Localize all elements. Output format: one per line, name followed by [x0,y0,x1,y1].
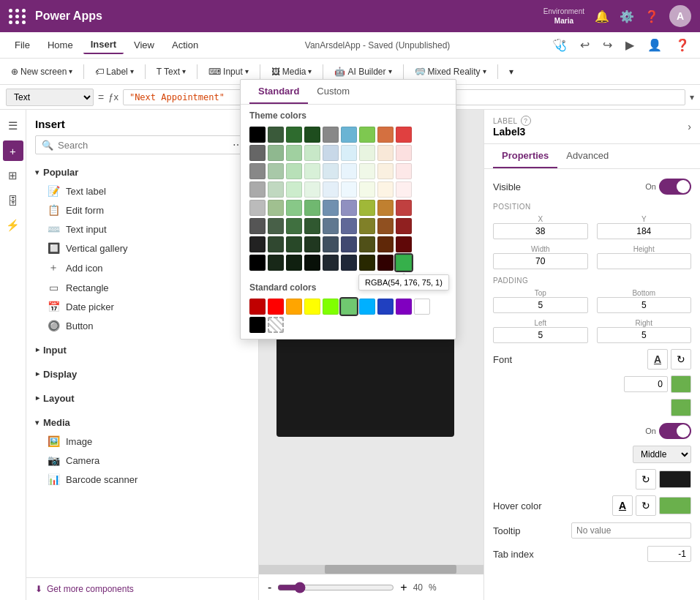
zoom-out-button[interactable]: - [268,581,271,594]
cp-swatch[interactable] [377,127,394,143]
cp-std-swatch[interactable] [249,317,266,333]
label-button[interactable]: 🏷 Label ▾ [90,64,138,80]
insert-text-input[interactable]: ⌨️ Text input [35,220,249,239]
cp-swatch[interactable] [249,163,266,179]
cp-swatch[interactable] [341,163,357,179]
mixed-reality-button[interactable]: 🥽 Mixed Reality ▾ [410,64,492,80]
font-color-swatch2[interactable] [671,399,691,416]
cp-swatch[interactable] [359,145,375,161]
tab-properties[interactable]: Properties [493,144,557,168]
cp-std-swatch-selected[interactable] [341,299,357,315]
cp-swatch[interactable] [304,127,320,143]
insert-image[interactable]: 🖼️ Image [35,432,249,451]
avatar[interactable]: A [669,5,691,27]
new-screen-button[interactable]: ⊕ New screen ▾ [6,64,78,80]
insert-rectangle[interactable]: ▭ Rectangle [35,278,249,297]
insert-add-icon[interactable]: ＋ Add icon [35,258,249,278]
visible-toggle-2[interactable] [659,423,691,439]
hover-color-text-btn[interactable]: A [612,495,633,516]
cp-swatch[interactable] [304,255,320,271]
cp-std-swatch[interactable] [414,299,430,315]
cp-swatch[interactable] [304,218,320,234]
help-icon[interactable]: ❓ [644,10,659,23]
menu-help-icon[interactable]: ❓ [672,37,693,53]
menu-home[interactable]: Home [40,37,80,53]
insert-date-picker[interactable]: 📅 Date picker [35,297,249,316]
cp-std-swatch[interactable] [249,299,266,315]
search-box[interactable]: 🔍 ⋯ [35,135,249,154]
font-size-input[interactable] [624,376,668,392]
share-icon[interactable]: 👤 [644,37,665,53]
cp-swatch[interactable] [359,218,375,234]
cp-swatch[interactable] [341,200,357,216]
position-y-input[interactable] [597,223,692,239]
tab-advanced[interactable]: Advanced [557,144,617,168]
font-style-button[interactable]: ↻ [671,349,691,370]
cp-swatch[interactable] [304,163,320,179]
insert-camera[interactable]: 📷 Camera [35,451,249,470]
cp-swatch[interactable] [377,181,394,198]
size-height-input[interactable] [597,253,692,269]
cp-swatch[interactable] [268,145,284,161]
cp-std-swatch[interactable] [396,299,412,315]
settings-icon[interactable]: ⚙️ [620,10,634,23]
zoom-in-button[interactable]: + [400,581,407,594]
cp-swatch[interactable] [286,218,302,234]
menu-view[interactable]: View [127,37,162,53]
cp-swatch[interactable] [323,255,339,271]
cp-swatch[interactable] [268,255,284,271]
zoom-slider[interactable] [277,582,394,593]
cp-swatch[interactable] [323,236,339,252]
cp-swatch[interactable] [323,181,339,198]
app-grid-icon[interactable] [9,9,26,24]
cp-swatch[interactable] [268,163,284,179]
get-more-components[interactable]: ⬇ Get more components [26,577,258,600]
cp-tab-standard[interactable]: Standard [249,80,308,104]
cp-swatch[interactable] [268,181,284,198]
cp-swatch[interactable] [268,218,284,234]
category-display-header[interactable]: ▾ Display [35,365,249,383]
insert-icon[interactable]: + [3,140,23,161]
cp-swatch[interactable] [359,127,375,143]
padding-right-input[interactable] [597,327,692,343]
cp-swatch[interactable] [286,145,302,161]
cp-swatch[interactable] [377,145,394,161]
insert-barcode-scanner[interactable]: 📊 Barcode scanner [35,470,249,489]
cp-swatch[interactable] [323,200,339,216]
cp-swatch[interactable] [341,236,357,252]
position-x-input[interactable] [493,223,588,239]
cp-swatch[interactable] [396,145,412,161]
cp-swatch[interactable] [396,163,412,179]
cp-swatch[interactable] [323,163,339,179]
cp-swatch[interactable] [341,218,357,234]
cp-swatch[interactable] [268,236,284,252]
category-popular-header[interactable]: ▾ Popular [35,163,249,181]
cp-std-swatch[interactable] [268,299,284,315]
cp-swatch[interactable] [396,127,412,143]
data-icon[interactable]: 🗄 [3,190,23,211]
cp-swatch[interactable] [304,236,320,252]
cp-swatch[interactable] [377,200,394,216]
type-help-icon[interactable]: ? [521,116,531,126]
cp-std-swatch[interactable] [359,299,375,315]
size-width-input[interactable] [493,253,588,269]
cp-swatch[interactable] [341,181,357,198]
cp-swatch[interactable] [249,236,266,252]
variable-icon[interactable]: ⚡ [3,215,23,236]
insert-edit-form[interactable]: 📋 Edit form [35,200,249,220]
more-button[interactable]: ▾ [504,64,519,80]
cp-swatch[interactable] [359,255,375,271]
cp-std-swatch[interactable] [323,299,339,315]
cp-swatch[interactable] [396,200,412,216]
cp-swatch[interactable] [286,127,302,143]
formula-fx-button[interactable]: ƒx [108,91,118,102]
media-button[interactable]: 🖼 Media ▾ [266,64,317,80]
cp-swatch[interactable] [377,255,394,271]
cp-swatch[interactable] [268,200,284,216]
search-input[interactable] [58,140,228,151]
cp-swatch[interactable] [249,181,266,198]
cp-swatch[interactable] [323,127,339,143]
input-button[interactable]: ⌨ Input ▾ [203,64,254,80]
align-select[interactable]: Middle [633,446,691,463]
insert-text-label[interactable]: 📝 Text label [35,181,249,200]
